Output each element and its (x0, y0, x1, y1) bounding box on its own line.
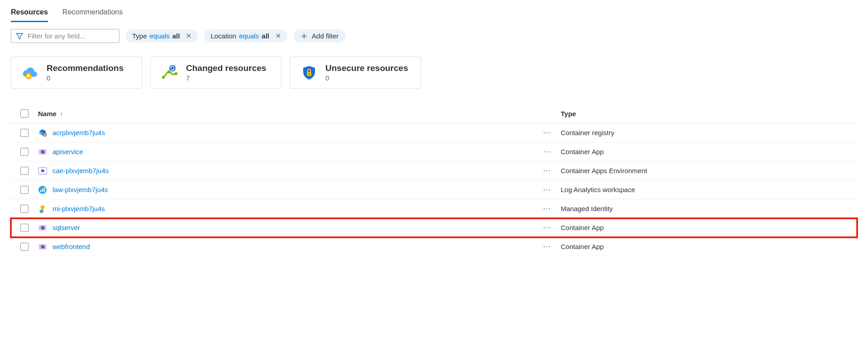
more-actions-icon[interactable]: ··· (543, 204, 551, 213)
svg-point-2 (162, 75, 165, 78)
filter-input-wrap[interactable] (11, 29, 119, 43)
pill-val: all (262, 32, 269, 40)
pill-op: equals (239, 32, 259, 40)
resource-link[interactable]: mi-plxvjemb7ju4s (52, 205, 105, 212)
column-label: Name (38, 110, 57, 118)
tab-resources[interactable]: Resources (11, 5, 48, 22)
resource-type: Managed Identity (561, 205, 613, 212)
row-checkbox[interactable] (20, 148, 29, 156)
more-actions-icon[interactable]: ··· (543, 223, 551, 232)
row-checkbox[interactable] (20, 243, 29, 251)
add-filter-label: Add filter (312, 32, 339, 40)
svg-point-4 (175, 72, 177, 75)
close-icon[interactable] (186, 32, 191, 40)
svg-rect-14 (42, 188, 43, 192)
more-actions-icon[interactable]: ··· (543, 128, 551, 137)
card-title: Unsecure resources (325, 63, 408, 73)
registry-icon (38, 128, 47, 137)
card-unsecure-resources[interactable]: Unsecure resources 0 (290, 57, 421, 89)
table-row: cae-plxvjemb7ju4s ··· Container Apps Env… (11, 161, 857, 180)
card-count: 0 (325, 74, 408, 82)
sync-graph-icon (162, 65, 178, 81)
resource-link[interactable]: webfrontend (52, 243, 90, 250)
resource-type: Log Analytics workspace (561, 186, 635, 193)
table-row: acrplxvjemb7ju4s ··· Container registry (11, 123, 857, 142)
cards-row: Recommendations 0 Changed resources 7 (11, 57, 857, 89)
resource-link[interactable]: apiservice (52, 148, 83, 155)
table-row: apiservice ··· Container App (11, 142, 857, 161)
pill-field: Location (210, 32, 236, 40)
svg-point-7 (309, 73, 310, 75)
resource-type: Container App (561, 148, 604, 155)
row-checkbox[interactable] (20, 167, 29, 175)
more-actions-icon[interactable]: ··· (543, 147, 551, 156)
card-count: 7 (186, 74, 266, 82)
svg-rect-13 (40, 190, 41, 192)
card-title: Recommendations (47, 63, 124, 73)
more-actions-icon[interactable]: ··· (543, 166, 551, 175)
pill-field: Type (132, 32, 147, 40)
more-actions-icon[interactable]: ··· (543, 242, 551, 251)
card-count: 0 (47, 74, 124, 82)
sort-ascending-icon: ↑ (60, 110, 63, 117)
resource-link[interactable]: acrplxvjemb7ju4s (52, 129, 105, 137)
identity-icon (38, 204, 47, 213)
cloud-badge-icon (22, 65, 38, 81)
column-label: Type (561, 110, 576, 118)
table-row: sqlserver ··· Container App (11, 218, 857, 237)
resource-type: Container App (561, 224, 604, 231)
resource-type: Container App (561, 243, 604, 250)
resources-table: Name ↑ Type acrplxvjemb7ju4s ··· Contain… (11, 105, 857, 256)
svg-point-5 (169, 65, 176, 71)
card-changed-resources[interactable]: Changed resources 7 (150, 57, 281, 89)
column-header-name[interactable]: Name ↑ (38, 110, 534, 118)
row-checkbox[interactable] (20, 186, 29, 194)
svg-point-3 (167, 70, 170, 73)
svg-point-16 (41, 205, 45, 209)
filter-row: Type equals all Location equals all Add … (11, 29, 857, 43)
row-checkbox[interactable] (20, 205, 29, 213)
law-icon (38, 185, 47, 194)
resource-link[interactable]: sqlserver (52, 224, 80, 231)
tabs-bar: Resources Recommendations (11, 5, 857, 23)
select-all-checkbox[interactable] (20, 109, 29, 118)
table-header: Name ↑ Type (11, 105, 857, 123)
add-filter-button[interactable]: Add filter (294, 29, 346, 42)
resource-type: Container Apps Environment (561, 167, 647, 174)
close-icon[interactable] (276, 32, 281, 40)
card-recommendations[interactable]: Recommendations 0 (11, 57, 142, 89)
card-title: Changed resources (186, 63, 266, 73)
containerapp-icon (38, 147, 47, 156)
resource-link[interactable]: cae-plxvjemb7ju4s (52, 167, 109, 174)
resource-link[interactable]: law-plxvjemb7ju4s (52, 186, 108, 193)
shield-lock-icon (301, 65, 317, 81)
row-checkbox[interactable] (20, 224, 29, 232)
row-checkbox[interactable] (20, 129, 29, 137)
filter-input[interactable] (27, 32, 114, 40)
more-actions-icon[interactable]: ··· (543, 185, 551, 194)
filter-pill-location[interactable]: Location equals all (204, 29, 287, 42)
column-header-type[interactable]: Type (561, 110, 857, 118)
svg-rect-15 (44, 188, 45, 192)
table-row: law-plxvjemb7ju4s ··· Log Analytics work… (11, 180, 857, 199)
caenv-icon (38, 166, 47, 175)
resource-type: Container registry (561, 129, 614, 137)
svg-point-1 (27, 74, 30, 77)
containerapp-icon (38, 223, 47, 232)
plus-icon (301, 33, 307, 39)
containerapp-icon (38, 242, 47, 251)
pill-op: equals (150, 32, 170, 40)
table-row: webfrontend ··· Container App (11, 237, 857, 256)
svg-rect-9 (44, 134, 46, 136)
pill-val: all (172, 32, 180, 40)
filter-pill-type[interactable]: Type equals all (126, 29, 198, 42)
filter-icon (16, 33, 23, 40)
table-row: mi-plxvjemb7ju4s ··· Managed Identity (11, 199, 857, 218)
tab-recommendations[interactable]: Recommendations (62, 5, 123, 22)
